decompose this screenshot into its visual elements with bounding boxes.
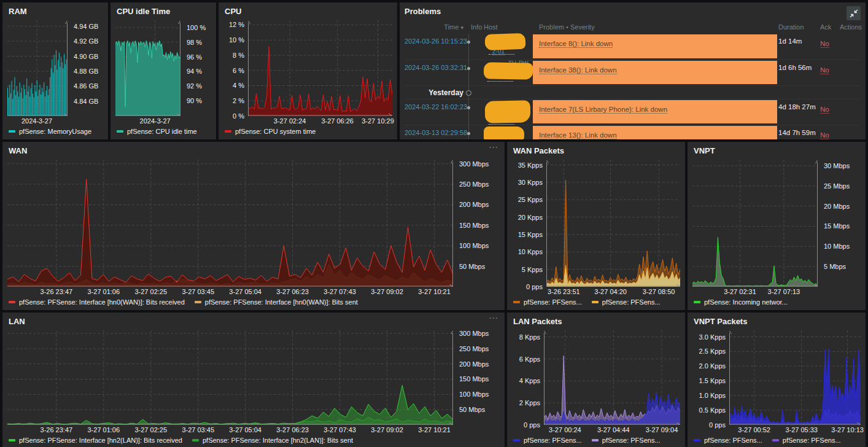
y-tick-label: 6 Kpps [519,356,540,363]
problem-time-link[interactable]: 2024-03-26 03:32:31 [405,60,468,85]
col-header-problem-severity: Problem • Severity [533,23,777,31]
x-tick-label: 3-27 07:13 [756,288,812,295]
vnpt-chart-svg [692,160,818,287]
vnpt-packets-y-axis: 3.0 Kpps2.5 Kpps2.0 Kpps1.5 Kpps1.0 Kpps… [692,330,729,435]
problem-row: 2024-03-13 02:29:58Interface 13(): Link … [405,125,861,139]
cpu-idle-y-axis: 100 %98 %96 %94 %92 %90 % [180,20,211,126]
panel-ram: RAM 2024-3-27 4.94 GB4.92 GB4.90 GB4.88 … [2,2,108,139]
ack-cell: No [820,34,840,60]
legend-item: pfSense: CPU system time [225,128,316,135]
legend-item: pfSense: PFSens... [592,437,661,444]
legend-item: pfSense: PFSens... [592,298,661,306]
wan-chart-svg [7,160,453,287]
cpu-y-axis: 12 %10 %8 %6 %4 %2 %0 % [223,20,248,126]
problem-time-link[interactable]: 2024-03-26 10:15:23 [405,34,468,60]
severity-cell: Interface 38(): Link down [533,61,777,84]
info-cell [468,99,484,125]
host-cell[interactable] [484,99,533,125]
vnpt_packets-chart-svg [729,330,861,425]
host-cell[interactable] [484,125,533,139]
legend-label: pfSense: PFSens... [524,298,582,306]
problem-link[interactable]: Interface 38(): Link down [539,66,617,74]
cpu-graph[interactable] [248,20,392,116]
y-tick-label: 300 Mbps [459,160,489,168]
redaction-underline [489,124,514,125]
y-tick-label: 94 % [187,68,202,75]
problem-cell: Interface 7(LS Lirbary Phone): Link down [533,99,777,125]
legend-label: pfSense: PFSens... [783,437,841,444]
wan-packets-y-axis: 35 Kpps30 Kpps25 Kpps20 Kpps15 Kpps10 Kp… [512,160,546,297]
lan-x-axis: 3-26 23:473-27 01:063-27 02:253-27 03:45… [7,425,453,435]
y-tick-label: 2 % [233,97,244,104]
vnpt-packets-graph[interactable] [729,330,861,425]
collapse-button[interactable] [847,6,861,20]
separator-label: Yesterday [405,86,468,99]
cpu-idle-x-axis: 2024-3-27 [115,116,180,126]
y-tick-label: 4.92 GB [74,37,98,45]
wan-graph[interactable] [7,160,453,287]
lan-chart-svg [7,330,453,425]
wan-packets-graph[interactable] [546,160,680,287]
ram-graph[interactable] [7,20,68,116]
panel-lan: LAN ⋯ 3-26 23:473-27 01:063-27 02:253-27… [2,313,505,447]
vnpt-graph[interactable] [692,160,818,287]
lan-y-axis: 300 Mbps250 Mbps200 Mbps150 Mbps100 Mbps… [453,330,500,435]
y-tick-label: 8 % [233,52,244,59]
x-tick-label: 3-27 10:29 [351,117,398,125]
x-tick-label: 2024-3-27 [128,117,183,125]
ack-link[interactable]: No [820,131,829,139]
y-tick-label: 12 % [229,21,244,28]
panel-menu-button[interactable]: ⋯ [489,314,498,322]
col-header-ack: Ack [820,23,840,31]
problem-row: 2024-03-22 16:02:23Interface 7(LS Lirbar… [405,99,861,125]
problem-cell: Interface 8(): Link down [533,34,777,60]
legend-swatch-icon [225,130,231,133]
legend-swatch-icon [513,439,520,441]
host-cell[interactable]: TH-PW [484,60,533,85]
panel-vnpt: VNPT 3-27 02:313-27 07:13 30 Mbps25 Mbps… [688,142,866,310]
lan-packets-x-axis: 3-27 00:243-27 04:443-27 09:04 [544,425,680,435]
problem-link[interactable]: Interface 8(): Link down [539,40,613,48]
wan-y-axis: 300 Mbps250 Mbps200 Mbps150 Mbps100 Mbps… [453,160,500,297]
lan-graph[interactable] [7,330,453,425]
legend-item: pfSense: PFSens... [694,437,762,444]
y-tick-label: 300 Mbps [459,330,489,337]
col-header-actions: Actions [840,23,861,31]
problem-link[interactable]: Interface 7(LS Lirbary Phone): Link down [539,106,667,114]
legend-swatch-icon [592,301,599,303]
y-tick-label: 5 Kpps [522,266,543,273]
severity-cell: Interface 8(): Link down [533,34,777,58]
col-header-host: Host [484,23,533,31]
cpu_idle-chart-svg [115,20,180,116]
timeline-dot-icon [467,132,470,135]
panel-menu-button[interactable]: ⋯ [489,143,498,152]
duration: 1d 6h 56m [777,60,820,85]
timeline-dot-icon [467,41,470,44]
wan-packets-x-axis: 3-26 23:513-27 04:203-27 08:50 [546,287,680,297]
ack-link[interactable]: No [820,106,829,114]
legend-label: pfSense: PFSens... [704,437,762,444]
ram-legend: pfSense: MemoryUsage [7,126,103,137]
y-tick-label: 92 % [187,82,202,90]
problem-time-link[interactable]: 2024-03-13 02:29:58 [405,125,468,139]
lan-packets-graph[interactable] [544,330,680,425]
legend-label: pfSense: PFSens... [524,437,582,444]
problem-link[interactable]: Interface 13(): Link down [539,131,617,139]
cpu-legend: pfSense: CPU system time [223,126,392,137]
y-tick-label: 2.5 Kpps [699,348,726,355]
panel-wan: WAN ⋯ 3-26 23:473-27 01:063-27 02:253-27… [2,142,505,310]
y-tick-label: 4 % [233,82,244,89]
y-tick-label: 4.94 GB [74,23,98,30]
panel-wan-packets: WAN Packets 3-26 23:513-27 04:203-27 08:… [507,142,685,310]
ack-link[interactable]: No [820,66,829,74]
problem-time-link[interactable]: 2024-03-22 16:02:23 [405,99,468,125]
legend-item: pfSense: PFSense: Interface [hn0(WAN)]: … [195,298,358,306]
wan-packets-legend: pfSense: PFSens...pfSense: PFSens... [512,297,680,308]
ack-link[interactable]: No [820,40,829,48]
problem-row: 2024-03-26 10:15:232-01Interface 8(): Li… [405,34,861,60]
col-header-time[interactable]: Time ▾ [405,23,468,31]
lan-packets-legend: pfSense: PFSens...pfSense: PFSens... [512,435,680,446]
cpu-idle-graph[interactable] [115,20,180,116]
y-tick-label: 0 % [233,112,244,120]
host-cell[interactable]: 2-01 [484,34,533,60]
